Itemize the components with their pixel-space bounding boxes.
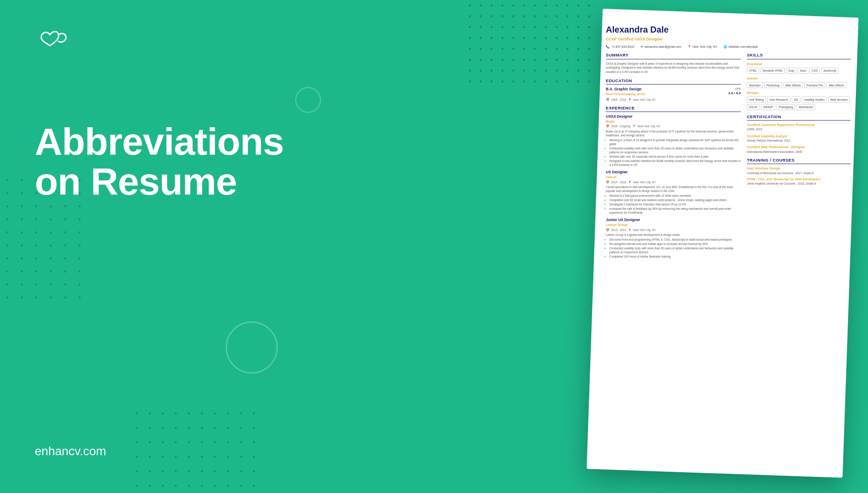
resume-contact: 📞 +1-837-639-8422 ✉ alexandra.dale@gmail… xyxy=(606,44,851,49)
skill-tag: HTML xyxy=(747,68,759,74)
skill-tag: After Effects xyxy=(783,82,803,88)
gpa-label: GPA xyxy=(728,87,741,91)
bullet: Designed a new website interface for $10… xyxy=(609,159,741,167)
resume-right-col: SKILLS Frontend HTML Semantic HTML Gulp … xyxy=(747,52,851,261)
skill-tag: After Effects xyxy=(826,82,846,88)
edu-degree: B.A. Graphic Design xyxy=(606,87,645,92)
exp-meta-0: 📅2018 - Ongoing 📍New York City, NY xyxy=(606,124,741,128)
skill-tag: Usability Studies xyxy=(802,96,827,103)
skill-tag: JavaScript xyxy=(821,68,838,74)
skill-tag: Prototyping xyxy=(776,104,795,110)
logo xyxy=(35,26,69,48)
skill-tags-design: Unit Testing User Research IxD Usability… xyxy=(747,96,851,110)
skill-tag: User Research xyxy=(767,96,790,103)
skills-frontend: Frontend HTML Semantic HTML Gulp Sass CS… xyxy=(747,61,851,73)
skill-tag: SOLID xyxy=(747,104,760,110)
cert-entry-0: Certified Customer Experience Profession… xyxy=(747,123,851,132)
skill-tag: Wireframes xyxy=(796,104,815,110)
bullet: Developed 2 interfaces for Domotics that… xyxy=(609,202,741,206)
exp-entry-2: Junior UX Designer Ledner Group 📅2013 - … xyxy=(606,218,741,258)
bullet: Worked in a fast-paced environment with … xyxy=(609,194,741,198)
cert-name-1: Certified Usability Analyst xyxy=(747,134,851,138)
bullet: Conducted usability tests with more than… xyxy=(609,146,741,154)
resume-name: Alexandra Dale xyxy=(606,23,851,36)
exp-desc-2: Ledner Group is a global web development… xyxy=(606,233,741,237)
training-detail-1: Johns Hopkins University via Coursera - … xyxy=(747,182,851,185)
training-detail-0: University of Minnesota via Coursera - 2… xyxy=(747,171,851,175)
main-title: Abbreviations on Resume xyxy=(35,122,284,202)
skill-tag: Illustrator xyxy=(747,82,763,88)
cert-entry-2: Certified Web Professional - Designer In… xyxy=(747,145,851,154)
skill-tags-frontend: HTML Semantic HTML Gulp Sass CSS JavaScr… xyxy=(747,68,851,74)
exp-title-2: Junior UX Designer xyxy=(606,218,741,223)
resume-cert-title: CCXP Certified UX/UI Designer xyxy=(606,36,851,42)
skills-adobe: Adobe Illustrator Photoshop After Effect… xyxy=(747,76,851,88)
education-section-title: EDUCATION xyxy=(606,78,741,85)
cert-issuer-1: Human Factors International, 2012 xyxy=(747,139,851,142)
exp-desc-0: Boyle Ltd is an IT company active in the… xyxy=(606,129,741,137)
skill-tag: Gulp xyxy=(786,68,796,74)
skills-design: Design Unit Testing User Research IxD Us… xyxy=(747,90,851,110)
bullet: Re-designed internal web and mobile apps… xyxy=(609,242,741,246)
skill-cat-adobe: Adobe xyxy=(747,76,851,81)
exp-company-1: Carroll xyxy=(606,175,741,180)
exp-title-1: UX Designer xyxy=(606,170,741,175)
exp-entry-1: UX Designer Carroll 📅2014 - 2018 📍New Yo… xyxy=(606,170,741,215)
edu-school: New York Academy of Art xyxy=(606,92,645,97)
cert-name-0: Certified Customer Experience Profession… xyxy=(747,123,851,128)
skill-tag: Semantic HTML xyxy=(760,68,785,74)
skill-cat-design: Design xyxy=(747,90,851,95)
resume-header: Alexandra Dale CCXP Certified UX/UI Desi… xyxy=(606,23,851,49)
bullet: Did some front-end programming (HTML 5, … xyxy=(609,238,741,242)
cert-issuer-2: International Webmasters Association, 20… xyxy=(747,149,851,153)
cert-issuer-0: CXPA, 2015 xyxy=(747,127,851,131)
skill-tags-adobe: Illustrator Photoshop After Effects Prem… xyxy=(747,82,851,88)
skill-cat-frontend: Frontend xyxy=(747,61,851,66)
resume-card: Alexandra Dale CCXP Certified UX/UI Desi… xyxy=(587,9,859,478)
experience-section-title: EXPERIENCE xyxy=(606,105,741,112)
exp-meta-2: 📅2013 - 2014 📍New York City, NY xyxy=(606,228,741,232)
training-entry-0: User Interface Design University of Minn… xyxy=(747,166,851,175)
edu-entry: B.A. Graphic Design New York Academy of … xyxy=(606,87,741,101)
cert-name-2: Certified Web Professional - Designer xyxy=(747,145,851,149)
training-name-0: User Interface Design xyxy=(747,166,851,171)
training-name-1: HTML, CSS, and Javascript for Web Develo… xyxy=(747,177,851,182)
bullet: Conducted usability tests with more than… xyxy=(609,246,741,254)
website: 🌐 dribbble.com/alexdale xyxy=(723,44,758,49)
exp-company-2: Ledner Group xyxy=(606,223,741,228)
exp-meta-1: 📅2014 - 2018 📍New York City, NY xyxy=(606,180,741,184)
bullet: Completed 100 hours of Adobe Illustrator… xyxy=(609,255,741,258)
exp-bullets-0: Working in a team of 12 designers to pro… xyxy=(606,138,741,167)
exp-desc-1: Carroll specializes in web development, … xyxy=(606,185,741,192)
resume-body: SUMMARY UX/UI & Graphic Designer with 8 … xyxy=(606,52,851,261)
resume-left-col: SUMMARY UX/UI & Graphic Designer with 8 … xyxy=(606,52,741,261)
hero-content: Abbreviations on Resume xyxy=(35,122,284,202)
exp-bullets-1: Worked in a fast-paced environment with … xyxy=(606,194,741,215)
skill-tag: CSS xyxy=(809,68,819,74)
skill-tag: Premiere Pro xyxy=(804,82,825,88)
skill-tag: IxD xyxy=(792,96,800,103)
summary-section-title: SUMMARY xyxy=(606,52,741,59)
bullet: Working in a team of 12 designers to pro… xyxy=(609,138,741,146)
skill-tag: Web Services xyxy=(828,96,850,103)
location: 📍 New York City, NY xyxy=(687,44,717,49)
gpa-value: 3.9 / 4.0 xyxy=(728,91,741,96)
training-entry-1: HTML, CSS, and Javascript for Web Develo… xyxy=(747,177,851,185)
exp-title-0: UX/UI Designer xyxy=(606,114,741,119)
email: ✉ alexandra.dale@gmail.com xyxy=(641,44,681,49)
exp-company-0: Boyle xyxy=(606,119,741,124)
site-url: enhancv.com xyxy=(35,444,106,458)
skill-tag: Sass xyxy=(798,68,808,74)
cert-entry-1: Certified Usability Analyst Human Factor… xyxy=(747,134,851,142)
bullet: Worked with over 20 corporate clients ac… xyxy=(609,155,741,159)
skill-tag: Unit Testing xyxy=(747,96,766,103)
summary-text: UX/UI & Graphic Designer with 8 years of… xyxy=(606,61,741,74)
edu-meta: 📅2008 - 2014 📍New York City, NY xyxy=(606,97,741,101)
exp-bullets-2: Did some front-end programming (HTML 5, … xyxy=(606,238,741,258)
skills-section-title: SKILLS xyxy=(747,52,851,59)
skill-tag: GRASP xyxy=(761,104,775,110)
bullet: Increased the rate of feedback by 30% by… xyxy=(609,207,741,215)
exp-entry-0: UX/UI Designer Boyle 📅2018 - Ongoing 📍Ne… xyxy=(606,114,741,167)
phone: 📞 +1-837-639-8422 xyxy=(606,44,635,49)
cert-section-title: CERTIFICATION xyxy=(747,113,851,120)
